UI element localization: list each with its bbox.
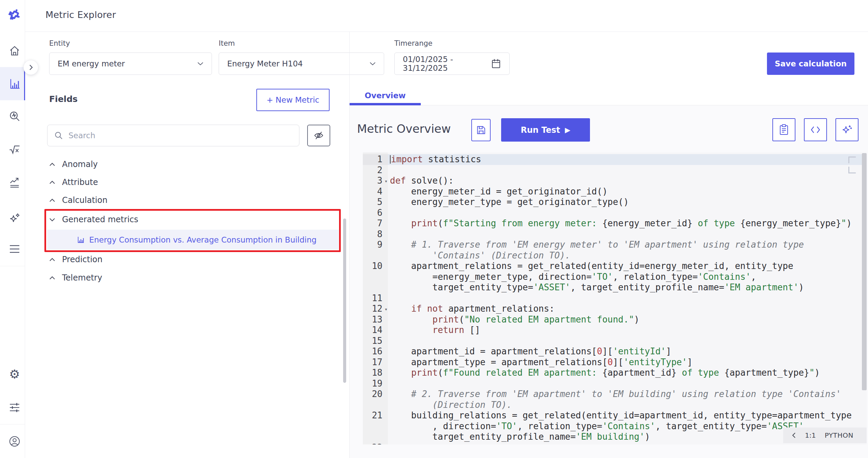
run-test-label: Run Test xyxy=(521,125,560,135)
trend-icon xyxy=(9,177,20,188)
item-label: Item xyxy=(219,39,235,47)
entity-select-value: EM energy meter xyxy=(58,59,125,68)
floppy-disk-icon xyxy=(476,125,487,136)
section-generated-metrics[interactable]: Generated metrics xyxy=(49,213,138,226)
section-label: Telemetry xyxy=(62,273,102,283)
section-label: Anomaly xyxy=(62,160,98,169)
editor-status-bar: 1:1 PYTHON xyxy=(783,428,867,443)
square-root-icon xyxy=(8,143,21,155)
section-telemetry[interactable]: Telemetry xyxy=(49,271,102,285)
search-icon xyxy=(54,131,63,140)
entity-label: Entity xyxy=(49,39,70,47)
section-attribute[interactable]: Attribute xyxy=(49,175,98,189)
gear-icon: ⚙ xyxy=(9,368,20,380)
code-brackets-icon xyxy=(810,125,821,134)
sidebar-item-metric-explorer[interactable] xyxy=(5,74,24,93)
profile-icon xyxy=(9,436,20,447)
calendar-icon[interactable] xyxy=(491,58,501,69)
metric-overview-heading: Metric Overview xyxy=(357,122,451,136)
item-select[interactable]: Energy Meter H104 xyxy=(219,53,384,75)
chevron-right-icon xyxy=(28,64,34,71)
chevron-down-icon xyxy=(370,62,376,65)
sidebar-item-profile[interactable] xyxy=(5,432,24,451)
entity-select[interactable]: EM energy meter xyxy=(49,53,212,75)
sparkle-plus-icon xyxy=(841,124,853,136)
tabstrip-border xyxy=(350,105,868,105)
timerange-value: 01/01/2025 - 31/12/2025 xyxy=(403,55,491,72)
sidebar-item-settings[interactable]: ⚙ xyxy=(5,365,24,384)
section-anomaly[interactable]: Anomaly xyxy=(49,158,98,171)
sidebar-item-prediction[interactable] xyxy=(5,173,24,192)
app-logo xyxy=(7,8,22,23)
fields-search-box xyxy=(47,125,299,146)
sidebar-expand-button[interactable] xyxy=(23,60,38,75)
chevron-down-icon xyxy=(197,62,203,65)
header-divider xyxy=(25,32,868,32)
editor-corner-mark xyxy=(848,167,856,173)
editor-language: PYTHON xyxy=(825,431,853,439)
ai-generate-button[interactable] xyxy=(835,118,859,141)
sidebar-item-calculation[interactable] xyxy=(5,140,24,159)
run-test-button[interactable]: Run Test ▶ xyxy=(501,118,590,142)
chevron-up-icon xyxy=(49,276,55,280)
sidebar-item-ai[interactable] xyxy=(5,209,24,228)
sidebar-item-preferences[interactable] xyxy=(5,398,24,417)
hide-fields-button[interactable] xyxy=(307,125,330,146)
sidebar-rail: ⚙ xyxy=(0,0,25,458)
anomaly-search-icon xyxy=(9,110,20,122)
chevron-up-icon xyxy=(49,199,55,202)
text-cursor xyxy=(390,155,391,164)
fields-panel-title: Fields xyxy=(49,94,78,104)
fields-scrollbar[interactable] xyxy=(343,218,346,383)
sidebar-divider xyxy=(0,266,25,266)
save-calculation-button[interactable]: Save calculation xyxy=(767,53,854,75)
sparkles-icon xyxy=(8,212,21,225)
play-icon: ▶ xyxy=(565,126,570,134)
chevron-down-icon xyxy=(49,218,55,222)
sliders-icon xyxy=(9,402,20,413)
sidebar-item-anomaly-search[interactable] xyxy=(5,107,24,126)
generated-metric-item[interactable]: Energy Consumption vs. Average Consumpti… xyxy=(47,230,339,250)
editor-scrollbar[interactable] xyxy=(862,153,867,390)
section-prediction[interactable]: Prediction xyxy=(49,253,102,266)
clipboard-icon xyxy=(778,124,789,136)
section-calculation[interactable]: Calculation xyxy=(49,193,107,207)
metric-chart-icon xyxy=(77,236,84,244)
tab-overview[interactable]: Overview xyxy=(350,88,421,103)
section-label: Attribute xyxy=(62,178,98,187)
editor-corner-mark xyxy=(848,157,856,163)
sidebar-item-home[interactable] xyxy=(5,41,24,60)
section-label: Generated metrics xyxy=(62,215,138,224)
tab-active-underline xyxy=(350,103,421,105)
section-label: Prediction xyxy=(62,255,102,264)
copy-code-button[interactable] xyxy=(772,118,795,141)
eye-slash-icon xyxy=(314,130,324,141)
code-lines: 1import statistics23▾def solve():4 energ… xyxy=(363,154,867,444)
search-input[interactable] xyxy=(68,131,292,140)
timerange-input[interactable]: 01/01/2025 - 31/12/2025 xyxy=(394,53,510,75)
chevron-up-icon xyxy=(49,181,55,184)
page-title: Metric Explorer xyxy=(45,9,116,20)
item-select-value: Energy Meter H104 xyxy=(227,59,303,68)
home-icon xyxy=(9,45,20,57)
sidebar-divider-bottom xyxy=(0,424,25,424)
section-label: Calculation xyxy=(62,195,107,205)
chevron-up-icon xyxy=(49,163,55,166)
sidebar-item-menu[interactable] xyxy=(5,240,24,258)
metric-explorer-page: ⚙ Metric Explorer xyxy=(0,0,868,458)
bar-chart-icon xyxy=(8,78,21,90)
code-editor[interactable]: 1import statistics23▾def solve():4 energ… xyxy=(363,152,867,444)
timerange-label: Timerange xyxy=(394,39,432,47)
status-chevron-left-icon[interactable] xyxy=(791,432,796,439)
generated-metric-label: Energy Consumption vs. Average Consumpti… xyxy=(89,235,317,244)
code-view-button[interactable] xyxy=(804,118,827,141)
cursor-position: 1:1 xyxy=(805,431,816,439)
save-metric-button[interactable] xyxy=(471,119,491,141)
new-metric-button[interactable]: + New Metric xyxy=(256,89,330,111)
hamburger-menu-icon xyxy=(9,245,20,253)
chevron-up-icon xyxy=(49,258,55,262)
